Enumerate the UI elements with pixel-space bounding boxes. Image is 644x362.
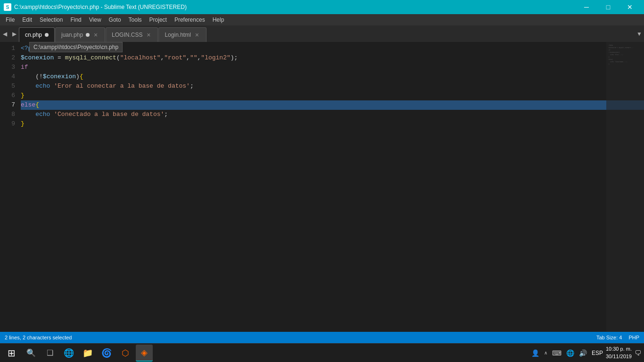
title-bar: S C:\xampp\htdocs\Proyecto\cn.php - Subl…: [0, 0, 644, 14]
minimap: <?php$conexion = mysqli_connect...if(!$c…: [606, 42, 644, 332]
status-language[interactable]: PHP: [628, 335, 639, 340]
menu-help[interactable]: Help: [209, 15, 228, 25]
taskbar-chrome[interactable]: 🌀: [98, 345, 115, 362]
tab-close-button[interactable]: ×: [92, 32, 99, 38]
close-button[interactable]: ✕: [619, 0, 640, 14]
tray-area: 👤 ∧ ⌨ 🌐 🔊 ESP: [530, 348, 604, 358]
start-button[interactable]: ⊞: [2, 344, 21, 362]
title-bar-left: S C:\xampp\htdocs\Proyecto\cn.php - Subl…: [4, 3, 187, 11]
status-tabsize[interactable]: Tab Size: 4: [596, 335, 622, 340]
menu-find[interactable]: Find: [66, 15, 85, 25]
code-line: echo 'Conectado a la base de datos';: [21, 110, 644, 119]
network-icon[interactable]: 🌐: [565, 348, 575, 358]
tab-dropdown-button[interactable]: ▼: [636, 31, 642, 37]
tab-dirty-indicator: [86, 33, 90, 37]
tab-login-css[interactable]: LOGIN.CSS ×: [106, 27, 158, 42]
maximize-button[interactable]: □: [598, 0, 619, 14]
taskbar-right: 👤 ∧ ⌨ 🌐 🔊 ESP 10:30 p. m. 30/11/2019 🗨: [530, 346, 642, 360]
tab-close-button[interactable]: ×: [194, 32, 200, 38]
menu-view[interactable]: View: [85, 15, 105, 25]
tab-login-html[interactable]: Login.html ×: [158, 27, 206, 42]
tab-close-button[interactable]: ×: [145, 32, 152, 38]
clock-date: 30/11/2019: [606, 353, 632, 360]
taskbar-sublime[interactable]: ◈: [136, 345, 153, 362]
task-view-button[interactable]: ❑: [41, 345, 58, 362]
taskbar-explorer[interactable]: 📁: [79, 345, 96, 362]
tab-cn-php[interactable]: cn.php: [19, 27, 55, 42]
status-bar: 2 lines, 2 characters selected Tab Size:…: [0, 332, 644, 343]
line-number: 3: [0, 63, 15, 72]
code-line: $conexion = mysqli_connect("localhost","…: [21, 53, 644, 63]
language-indicator[interactable]: ESP: [591, 349, 604, 357]
minimize-button[interactable]: ─: [576, 0, 597, 14]
line-number: 5: [0, 82, 15, 91]
status-left: 2 lines, 2 characters selected: [5, 335, 72, 340]
taskbar: ⊞ 🔍 ❑ 🌐 📁 🌀 ⬡ ◈ 👤 ∧ ⌨ 🌐 🔊 ESP 10:30 p. m…: [0, 343, 644, 362]
tab-label: juan.php: [61, 32, 83, 38]
status-right: Tab Size: 4 PHP: [596, 335, 639, 340]
menu-preferences[interactable]: Preferences: [171, 15, 209, 25]
tab-label: Login.html: [165, 32, 190, 38]
people-tray-icon[interactable]: 👤: [530, 348, 540, 358]
menu-project[interactable]: Project: [146, 15, 171, 25]
tab-next-button[interactable]: ▶: [9, 25, 19, 42]
app-icon: S: [4, 3, 11, 11]
tab-nav: ◀ ▶: [0, 25, 19, 42]
line-number: 4: [0, 72, 15, 82]
line-number: 6: [0, 91, 15, 100]
line-number: 7: [0, 100, 15, 110]
code-line: else{: [21, 100, 644, 110]
menu-edit[interactable]: Edit: [18, 15, 36, 25]
tab-tooltip: C:\xampp\htdocs\Proyecto\cn.php: [29, 42, 123, 52]
tab-juan-php[interactable]: juan.php ×: [55, 27, 105, 42]
menu-goto[interactable]: Goto: [105, 15, 125, 25]
line-numbers: 1 2 3 4 5 6 7 8 9: [0, 42, 19, 332]
menu-tools[interactable]: Tools: [125, 15, 146, 25]
clock-time: 10:30 p. m.: [606, 346, 632, 353]
editor[interactable]: 1 2 3 4 5 6 7 8 9 <?php $conexion = mysq…: [0, 42, 644, 332]
code-line: echo 'Eror al conectar a la base de dato…: [21, 82, 644, 91]
status-selection: 2 lines, 2 characters selected: [5, 335, 72, 340]
code-line: (!$conexion){: [21, 72, 644, 82]
taskbar-xampp[interactable]: ⬡: [117, 345, 134, 362]
line-number: 1: [0, 44, 15, 53]
up-arrow-icon[interactable]: ∧: [543, 349, 548, 356]
volume-icon[interactable]: 🔊: [578, 348, 588, 358]
keyboard-icon[interactable]: ⌨: [551, 348, 562, 358]
code-line: }: [21, 91, 644, 100]
tab-label: LOGIN.CSS: [112, 32, 142, 38]
notification-icon[interactable]: 🗨: [634, 348, 642, 358]
code-area[interactable]: <?php $conexion = mysqli_connect("localh…: [19, 42, 644, 332]
menu-file[interactable]: File: [2, 15, 18, 25]
search-button[interactable]: 🔍: [23, 345, 40, 362]
code-line: if: [21, 63, 644, 72]
line-number: 2: [0, 53, 15, 63]
menu-bar: File Edit Selection Find View Goto Tools…: [0, 14, 644, 25]
tab-dirty-indicator: [45, 33, 49, 37]
window-title: C:\xampp\htdocs\Proyecto\cn.php - Sublim…: [14, 4, 187, 10]
line-number: 9: [0, 119, 15, 129]
taskbar-edge[interactable]: 🌐: [60, 345, 77, 362]
taskbar-left: ⊞ 🔍 ❑ 🌐 📁 🌀 ⬡ ◈: [2, 344, 153, 362]
tab-label: cn.php: [25, 32, 42, 38]
tab-prev-button[interactable]: ◀: [0, 25, 9, 42]
tab-bar: ◀ ▶ cn.php juan.php × LOGIN.CSS × Login.…: [0, 25, 644, 42]
line-number: 8: [0, 110, 15, 119]
window-controls: ─ □ ✕: [576, 0, 640, 14]
system-clock[interactable]: 10:30 p. m. 30/11/2019: [606, 346, 632, 360]
code-line: }: [21, 119, 644, 129]
menu-selection[interactable]: Selection: [36, 15, 66, 25]
